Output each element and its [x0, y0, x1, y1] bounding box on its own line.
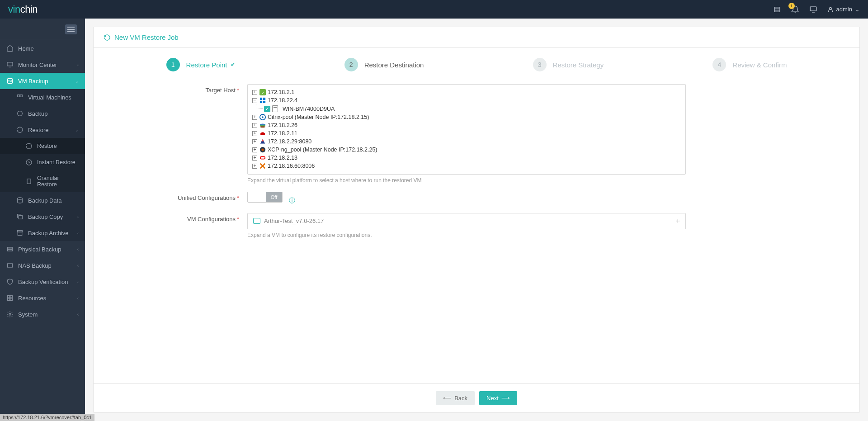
tree-node[interactable]: + 172.18.2.11	[252, 129, 681, 137]
collapse-icon[interactable]: −	[252, 98, 257, 103]
nav-home[interactable]: Home	[0, 40, 85, 57]
circle-icon	[16, 110, 24, 117]
chevron-left-icon: ‹	[77, 263, 79, 268]
svg-rect-30	[263, 98, 265, 100]
expand-icon[interactable]: +	[252, 115, 257, 120]
nas-icon	[6, 262, 14, 269]
nav-vms[interactable]: Virtual Machines	[0, 89, 85, 105]
chevron-down-icon: ⌄	[855, 6, 860, 13]
checkbox-checked-icon[interactable]: ✓	[264, 106, 270, 112]
row-target-host: Target Host* + v 172.18.2.1 −	[112, 84, 841, 184]
nav-label: Restore	[37, 143, 57, 149]
nav-monitor[interactable]: Monitor Center ‹	[0, 57, 85, 73]
tree-node[interactable]: + v 172.18.2.1	[252, 88, 681, 96]
panel-title: New VM Restore Job	[114, 33, 179, 41]
back-button[interactable]: ⟵ Back	[436, 391, 475, 405]
tree-node[interactable]: + Citrix-pool (Master Node IP:172.18.2.1…	[252, 113, 681, 121]
expand-icon[interactable]: +	[252, 164, 257, 169]
svg-rect-11	[20, 95, 23, 97]
expand-icon[interactable]: +	[252, 139, 257, 144]
nav-resources[interactable]: Resources ‹	[0, 290, 85, 306]
tree-node[interactable]: + 172.18.2.13	[252, 154, 681, 162]
panel: New VM Restore Job 1 Restore Point ✔ 2 R…	[93, 27, 860, 413]
nav-granular-restore[interactable]: Granular Restore	[0, 170, 85, 192]
expand-plus-icon[interactable]: +	[676, 217, 680, 225]
server-icon	[6, 246, 14, 253]
user-menu[interactable]: admin ⌄	[827, 6, 860, 13]
tree-node[interactable]: + 172.18.2.29:8080	[252, 137, 681, 146]
info-icon[interactable]: ⓘ	[289, 197, 295, 204]
host-icon	[272, 105, 278, 112]
check-icon: ✔	[231, 61, 235, 68]
nav-label: Backup Archive	[28, 230, 69, 237]
svg-rect-6	[7, 62, 13, 66]
svg-rect-20	[8, 250, 13, 251]
tree-node-child[interactable]: ✓ WIN-BM74000D9UA	[252, 104, 681, 113]
svg-rect-32	[263, 101, 265, 103]
nav-backup-archive[interactable]: Backup Archive ‹	[0, 225, 85, 241]
nav-label: Backup Copy	[28, 213, 63, 220]
expand-icon[interactable]: +	[252, 123, 257, 128]
nav-system[interactable]: System ‹	[0, 306, 85, 322]
node-label: WIN-BM74000D9UA	[283, 106, 335, 112]
nav-physical[interactable]: Physical Backup ‹	[0, 241, 85, 257]
nav-verify[interactable]: Backup Verification ‹	[0, 274, 85, 290]
tree-node[interactable]: + 172.18.16.60:8006	[252, 162, 681, 170]
tree-node[interactable]: + XCP-ng_pool (Master Node IP:172.18.2.2…	[252, 146, 681, 154]
nav-restore-item[interactable]: Restore	[0, 138, 85, 154]
nav-restore-sub: Restore Instant Restore Granular Restore	[0, 138, 85, 192]
tree-node[interactable]: − 172.18.22.4	[252, 96, 681, 104]
chevron-left-icon: ‹	[77, 312, 79, 317]
nav-backup-copy[interactable]: Backup Copy ‹	[0, 208, 85, 225]
arrow-right-icon: ⟶	[501, 395, 510, 402]
nav-backup-data[interactable]: Backup Data	[0, 192, 85, 208]
gear-icon	[6, 311, 14, 318]
chevron-down-icon: ⌄	[75, 79, 79, 84]
tree-node[interactable]: + 172.18.2.26	[252, 121, 681, 129]
step-2[interactable]: 2 Restore Destination	[344, 58, 424, 71]
nav-vmbackup-sub: Virtual Machines Backup Restore ⌄ Restor…	[0, 89, 85, 241]
chevron-left-icon: ‹	[77, 62, 79, 67]
vm-icon	[253, 218, 260, 224]
next-button[interactable]: Next ⟶	[479, 391, 517, 405]
proxmox-icon	[259, 163, 266, 169]
step-3[interactable]: 3 Restore Strategy	[533, 58, 604, 71]
expand-icon[interactable]: +	[252, 90, 257, 95]
step-number: 4	[712, 58, 726, 71]
sidebar-toggle[interactable]	[0, 19, 85, 40]
svg-rect-24	[8, 298, 10, 301]
ctrl-target-host: + v 172.18.2.1 − 172.18.22.4 ✓	[247, 84, 686, 184]
step-1[interactable]: 1 Restore Point ✔	[166, 58, 236, 71]
expand-icon[interactable]: +	[252, 147, 257, 152]
chevron-left-icon: ‹	[77, 296, 79, 301]
nav-label: Granular Restore	[37, 175, 79, 188]
host-tree[interactable]: + v 172.18.2.1 − 172.18.22.4 ✓	[247, 84, 686, 175]
nav-nas[interactable]: NAS Backup ‹	[0, 257, 85, 274]
monitor-icon	[6, 61, 14, 68]
expand-icon[interactable]: +	[252, 131, 257, 136]
bell-icon[interactable]: 1	[791, 5, 799, 14]
node-label: 172.18.2.13	[268, 155, 297, 161]
nav-label: Backup Verification	[18, 279, 68, 285]
hamburger-icon[interactable]	[65, 24, 77, 34]
nav-instant-restore[interactable]: Instant Restore	[0, 154, 85, 170]
vmware-icon: v	[259, 89, 266, 95]
nav-label: VM Backup	[18, 78, 48, 85]
nav-vmbackup[interactable]: VM VM Backup ⌄	[0, 73, 85, 89]
list-icon[interactable]	[773, 5, 781, 14]
nav-label: Backup Data	[28, 197, 61, 204]
nav-backup[interactable]: Backup	[0, 105, 85, 122]
expand-icon[interactable]: +	[252, 156, 257, 161]
toggle-on	[248, 192, 266, 202]
nav-label: NAS Backup	[18, 262, 52, 269]
unified-toggle[interactable]: Off	[247, 192, 283, 203]
nav-restore[interactable]: Restore ⌄	[0, 122, 85, 138]
home-icon	[6, 45, 14, 52]
monitor-icon[interactable]	[809, 5, 817, 14]
nav-label: System	[18, 311, 38, 318]
main: New VM Restore Job 1 Restore Point ✔ 2 R…	[85, 19, 868, 421]
row-vm-configs: VM Configurations* Arthur-Test_v7.0-26.1…	[112, 213, 841, 238]
vm-config-row[interactable]: Arthur-Test_v7.0-26.17 +	[247, 213, 686, 229]
node-label: Citrix-pool (Master Node IP:172.18.2.15)	[268, 114, 369, 120]
step-4[interactable]: 4 Review & Confirm	[712, 58, 787, 71]
